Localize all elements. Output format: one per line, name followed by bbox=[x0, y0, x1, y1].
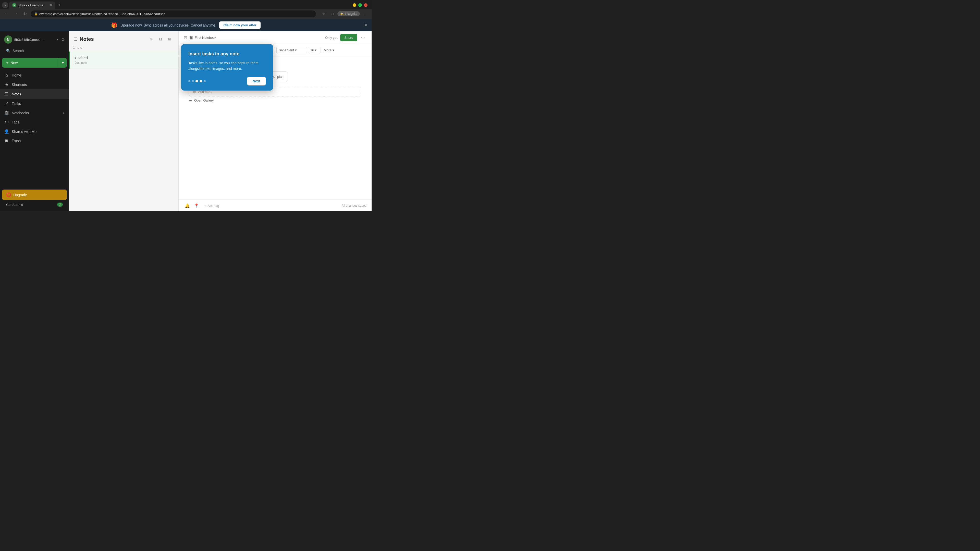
banner-text: Upgrade now. Sync across all your device… bbox=[121, 23, 216, 27]
font-family-dropdown[interactable]: Sans Serif ▾ bbox=[277, 47, 307, 53]
close-window-button[interactable]: ✕ bbox=[364, 3, 368, 7]
notebooks-expand-icon: ▶ bbox=[63, 111, 65, 114]
lock-icon: 🔒 bbox=[34, 12, 38, 16]
new-button[interactable]: + New ▾ bbox=[2, 58, 67, 68]
new-button-chevron[interactable]: ▾ bbox=[59, 58, 67, 67]
notebooks-label: Notebooks bbox=[12, 111, 29, 115]
back-button[interactable]: ← bbox=[3, 10, 10, 17]
upgrade-button[interactable]: ⭕ Upgrade bbox=[2, 189, 67, 200]
layout-button[interactable]: ⊞ bbox=[166, 35, 173, 43]
tag-icon: + bbox=[204, 204, 206, 208]
banner-close-button[interactable]: ✕ bbox=[364, 23, 368, 27]
sidebar-item-shortcuts[interactable]: ★ Shortcuts bbox=[0, 80, 69, 89]
window-controls: ─ □ ✕ bbox=[353, 3, 369, 7]
tab-close-button[interactable]: ✕ bbox=[49, 3, 52, 7]
sidebar-item-tasks[interactable]: ✓ Tasks bbox=[0, 99, 69, 108]
notes-count: 1 note bbox=[69, 44, 178, 52]
open-gallery-button[interactable]: ⋯ Open Gallery bbox=[189, 97, 361, 104]
note-editor: ⊡ 📓 First Notebook Only you Share ⋯ + ✓ … bbox=[179, 32, 372, 211]
location-button[interactable]: 📍 bbox=[193, 202, 200, 209]
tab-switcher-button[interactable]: ▾ bbox=[2, 2, 8, 8]
new-tab-button[interactable]: + bbox=[56, 2, 63, 9]
claim-offer-button[interactable]: Claim now your offer bbox=[219, 21, 260, 29]
address-bar-row: ← → ↻ 🔒 evernote.com/client/web?login=tr… bbox=[0, 9, 372, 19]
tasks-icon: ✓ bbox=[4, 101, 9, 106]
home-icon: ⌂ bbox=[4, 73, 9, 78]
account-chevron-icon: ▾ bbox=[57, 38, 58, 41]
account-row[interactable]: N 5b3c818b@mood... ▾ ⚙ bbox=[0, 33, 69, 46]
sidebar-item-home[interactable]: ⌂ Home bbox=[0, 71, 69, 80]
popup-dots bbox=[188, 80, 206, 83]
more-toolbar-chevron: ▾ bbox=[332, 48, 334, 52]
profile-button[interactable]: ⊡ bbox=[329, 10, 336, 17]
bookmark-button[interactable]: ☆ bbox=[320, 10, 327, 17]
editor-actions: Only you Share ⋯ bbox=[325, 34, 366, 41]
font-size-dropdown[interactable]: 16 ▾ bbox=[308, 47, 321, 53]
reload-button[interactable]: ↻ bbox=[21, 10, 29, 17]
notes-list-icon: ☰ bbox=[74, 37, 78, 41]
notes-header: ☰ Notes ⇅ ⊟ ⊞ bbox=[69, 32, 178, 44]
upgrade-label: Upgrade bbox=[13, 193, 27, 197]
notebook-name: First Notebook bbox=[195, 36, 216, 40]
forward-button[interactable]: → bbox=[12, 10, 19, 17]
popup-next-button[interactable]: Next bbox=[247, 77, 266, 86]
active-tab[interactable]: N Notes - Evernote ✕ bbox=[9, 2, 55, 9]
sidebar-item-notes[interactable]: ☰ Notes bbox=[0, 89, 69, 99]
gift-icon: 🎁 bbox=[111, 22, 118, 28]
more-options-button[interactable]: ⋯ bbox=[360, 34, 366, 41]
tab-title: Notes - Evernote bbox=[18, 3, 43, 7]
new-button-label[interactable]: + New bbox=[2, 58, 59, 68]
account-avatar: N bbox=[4, 35, 12, 44]
sort-button[interactable]: ⇅ bbox=[148, 35, 155, 43]
shared-label: Shared with Me bbox=[12, 130, 37, 134]
search-button[interactable]: 🔍 Search bbox=[2, 47, 67, 55]
notes-list: ☰ Notes ⇅ ⊟ ⊞ 1 note Untitled Just now bbox=[69, 32, 179, 211]
note-editor-header: ⊡ 📓 First Notebook Only you Share ⋯ bbox=[179, 32, 372, 44]
shortcuts-icon: ★ bbox=[4, 82, 9, 87]
maximize-button[interactable]: □ bbox=[358, 3, 362, 7]
editor-content[interactable]: SUGGESTED TEMPLATES ☑ To-do list ☑ Meeti… bbox=[179, 56, 372, 199]
minimize-button[interactable]: ─ bbox=[353, 3, 356, 7]
home-label: Home bbox=[12, 73, 21, 77]
share-button[interactable]: Share bbox=[340, 34, 357, 41]
editor-footer: 🔔 📍 + Add tag All changes saved bbox=[179, 199, 372, 211]
get-started-label: Get Started bbox=[6, 203, 23, 206]
notes-icon: ☰ bbox=[4, 92, 9, 97]
incognito-icon: 🕵 bbox=[340, 12, 344, 16]
browser-chrome: ▾ N Notes - Evernote ✕ + ─ □ ✕ ← → ↻ 🔒 e… bbox=[0, 0, 372, 19]
sidebar-item-trash[interactable]: 🗑 Trash bbox=[0, 136, 69, 145]
add-tag-button[interactable]: + Add tag bbox=[202, 203, 221, 209]
more-toolbar-button[interactable]: More ▾ bbox=[322, 47, 336, 53]
preview-icon[interactable]: ⊡ bbox=[184, 35, 187, 40]
only-you-text: Only you bbox=[325, 36, 338, 40]
notebook-icon: 📓 bbox=[189, 36, 193, 40]
add-tag-label: Add tag bbox=[208, 204, 219, 208]
tags-icon: 🏷 bbox=[4, 120, 9, 124]
font-size-chevron: ▾ bbox=[315, 48, 317, 52]
shared-icon: 👤 bbox=[4, 129, 9, 134]
tags-label: Tags bbox=[12, 120, 19, 124]
sidebar-item-notebooks[interactable]: 📓 Notebooks ▶ bbox=[0, 108, 69, 118]
incognito-badge[interactable]: 🕵 Incognito bbox=[337, 11, 360, 16]
sidebar-item-tags[interactable]: 🏷 Tags bbox=[0, 118, 69, 127]
search-icon: 🔍 bbox=[6, 49, 11, 53]
popup-body: Tasks live in notes, so you can capture … bbox=[188, 60, 266, 72]
task-popup: Insert tasks in any note Tasks live in n… bbox=[181, 56, 273, 91]
sidebar-bottom: ⭕ Upgrade Get Started 7 bbox=[0, 187, 69, 210]
popup-dot-5 bbox=[204, 80, 206, 82]
popup-title: Insert tasks in any note bbox=[188, 56, 266, 57]
address-bar[interactable]: 🔒 evernote.com/client/web?login=true#/no… bbox=[30, 11, 316, 17]
settings-icon[interactable]: ⚙ bbox=[61, 37, 65, 42]
incognito-label: Incognito bbox=[345, 12, 357, 16]
filter-button[interactable]: ⊟ bbox=[157, 35, 164, 43]
popup-footer: Next bbox=[188, 77, 266, 86]
popup-dot-3 bbox=[196, 80, 198, 83]
sidebar-item-shared[interactable]: 👤 Shared with Me bbox=[0, 127, 69, 136]
reminder-button[interactable]: 🔔 bbox=[184, 202, 191, 209]
trash-icon: 🗑 bbox=[4, 138, 9, 143]
notebook-badge[interactable]: 📓 First Notebook bbox=[189, 36, 216, 40]
get-started-row[interactable]: Get Started 7 bbox=[2, 200, 67, 208]
nav-items: ⌂ Home ★ Shortcuts ☰ Notes ✓ Tasks 📓 bbox=[0, 70, 69, 187]
menu-button[interactable]: ⋮ bbox=[361, 10, 369, 17]
note-card[interactable]: Untitled Just now bbox=[69, 52, 178, 69]
